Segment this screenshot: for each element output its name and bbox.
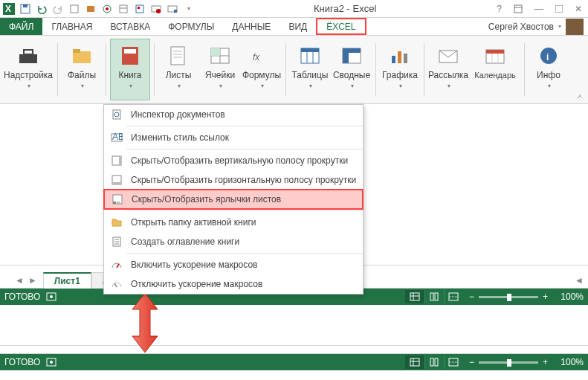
view-pagebreak-icon[interactable] [444,290,463,303]
svg-rect-4 [71,5,78,13]
zoom-slider[interactable] [479,296,538,298]
svg-line-67 [114,283,117,287]
ribbon: Надстройка▾ Файлы▾ Книга▾ Листы▾ Ячейки▾… [0,36,588,104]
tab-insert[interactable]: ВСТАВКА [101,18,159,35]
ribbon-display-icon[interactable] [511,4,526,13]
sheet-tab-1[interactable]: Лист1 [43,272,91,289]
status-text-2: ГОТОВО [4,357,40,367]
view-layout-icon-2[interactable] [424,355,444,369]
svg-rect-20 [24,50,33,54]
speedometer-icon [110,258,123,271]
window-controls: ? — ✕ [494,4,585,14]
quick-access-toolbar: ▾ [18,1,196,16]
sheet-icon [167,44,190,68]
tab-view[interactable]: ВИД [280,18,316,35]
svg-rect-70 [410,293,419,300]
macro-record-icon[interactable] [46,292,56,301]
view-normal-icon[interactable] [405,290,424,303]
svg-rect-73 [430,293,433,300]
view-buttons [405,290,463,303]
menu-hscroll[interactable]: Скрыть/Отобразить горизонтальную полосу … [104,170,363,190]
tab-data[interactable]: ДАННЫЕ [223,18,280,35]
minimize-icon[interactable]: — [532,4,546,14]
hscroll-track-bottom[interactable] [0,345,588,354]
hscroll-left-icon[interactable]: ◄ [575,275,584,286]
mail-icon [436,44,460,68]
refstyle-icon: ABC [110,131,123,144]
svg-text:ABC: ABC [112,132,123,142]
annotation-arrow [126,292,164,354]
zoom-percent-2[interactable]: 100% [552,357,584,367]
qat-icon-6[interactable] [149,1,164,16]
view-normal-icon-2[interactable] [405,355,424,369]
zoom-out-icon[interactable]: − [469,292,474,302]
info-icon: i [537,44,560,68]
ribbon-cells-button[interactable]: Ячейки▾ [200,39,240,100]
svg-rect-56 [119,156,121,165]
tab-formulas[interactable]: ФОРМУЛЫ [159,18,223,35]
zoom-control-2: − + 100% [469,357,584,367]
qat-icon-1[interactable] [67,1,82,16]
tab-excel-addin[interactable]: ЁXCEL [316,18,366,35]
maximize-icon[interactable] [552,5,566,13]
close-icon[interactable]: ✕ [572,4,585,14]
qat-icon-4[interactable] [116,1,131,16]
menu-inspector[interactable]: Инспектор документов [104,105,363,124]
ribbon-sheets-button[interactable]: Листы▾ [158,39,198,100]
sheet-nav[interactable]: ◄ ► [15,275,37,286]
ribbon-tables-button[interactable]: Таблицы▾ [290,39,330,100]
qat-icon-2[interactable] [83,1,98,16]
ribbon-pivot-button[interactable]: Сводные▾ [332,39,372,100]
save-icon[interactable] [18,1,33,16]
svg-rect-46 [486,50,504,54]
macro-record-icon-2[interactable] [46,358,56,367]
menu-refstyle[interactable]: ABC Изменить стиль ссылок [104,128,363,147]
ribbon-mail-button[interactable]: Рассылка▾ [428,39,468,100]
menu-open-folder[interactable]: Открыть папку активной книги [104,213,363,232]
qat-icon-5[interactable] [132,1,147,16]
collapse-ribbon-icon[interactable]: ㅅ [576,91,584,102]
menu-speed-on[interactable]: Включить ускорение макросов [104,255,363,274]
zoom-in-icon-2[interactable]: + [543,357,548,367]
zoom-slider-2[interactable] [479,361,538,364]
user-name: Сергей Хвостов [488,22,554,32]
menu-speed-off[interactable]: Отключить ускорение макросов [104,274,363,294]
svg-rect-74 [435,293,438,300]
qat-dropdown-icon[interactable]: ▾ [181,1,196,16]
svg-rect-19 [19,54,37,63]
qat-icon-7[interactable] [165,1,180,16]
svg-rect-35 [301,48,319,52]
undo-icon[interactable] [34,1,49,16]
ribbon-calendar-button[interactable]: Календарь [470,39,520,100]
menu-vscroll[interactable]: Скрыть/Отобразить вертикальную полосу пр… [104,151,363,170]
zoom-out-icon-2[interactable]: − [469,357,474,367]
qat-icon-3[interactable] [100,1,114,16]
view-pagebreak-icon-2[interactable] [444,355,463,369]
tab-home[interactable]: ГЛАВНАЯ [42,18,101,35]
hscroll-icon [110,173,123,187]
svg-rect-5 [87,6,94,12]
tab-file[interactable]: ФАЙЛ [0,18,42,35]
svg-rect-40 [343,48,361,53]
view-layout-icon[interactable] [424,290,444,303]
book-icon [118,44,142,68]
ribbon-addon-button[interactable]: Надстройка▾ [3,39,54,100]
ribbon-info-button[interactable]: i Инфо▾ [529,39,569,100]
zoom-percent[interactable]: 100% [552,292,584,302]
svg-text:i: i [546,52,549,62]
sheet-nav-left-icon[interactable]: ◄ [15,275,24,286]
sheet-nav-right-icon[interactable]: ► [28,275,37,286]
redo-icon[interactable] [51,1,65,16]
zoom-in-icon[interactable]: + [543,292,548,302]
help-icon[interactable]: ? [494,4,505,14]
menu-sheet-tabs[interactable]: Скрыть/Отобразить ярлычки листов [103,189,364,210]
ribbon-files-button[interactable]: Файлы▾ [62,39,102,100]
ribbon-formulas-button[interactable]: fx Формулы▾ [242,39,282,100]
svg-line-66 [117,264,119,268]
svg-rect-18 [555,5,563,13]
user-area[interactable]: Сергей Хвостов ▾ [484,18,588,35]
svg-text:fx: fx [253,52,260,62]
menu-toc[interactable]: Создать оглавление книги [104,232,363,251]
ribbon-graphics-button[interactable]: Графика▾ [380,39,420,100]
ribbon-book-button[interactable]: Книга▾ [110,39,150,100]
